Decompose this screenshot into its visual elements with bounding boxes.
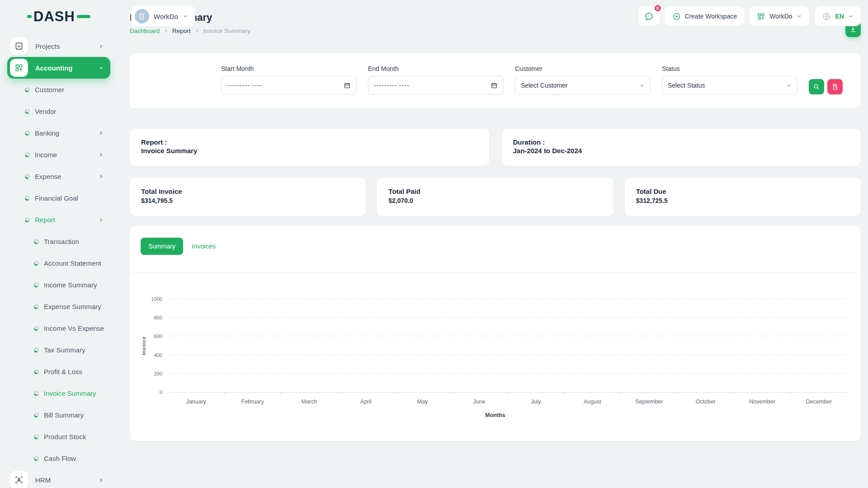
x-tick — [734, 393, 791, 395]
sidebar-item-label: Banking — [35, 129, 98, 137]
sidebar-item-label: Income Vs Expense — [44, 324, 110, 332]
sidebar-item-invoice-summary[interactable]: Invoice Summary — [7, 382, 110, 404]
y-axis-tick-label: 800 — [144, 315, 162, 320]
x-tick — [395, 393, 451, 395]
sidebar-item-label: Invoice Summary — [44, 389, 110, 397]
bullet-icon — [34, 282, 39, 287]
x-tick — [621, 393, 677, 395]
logo-text: DASH — [33, 9, 75, 23]
sidebar-item-profit-loss[interactable]: Profit & Loss — [7, 361, 110, 382]
x-tick — [281, 393, 338, 395]
sidebar-item-income[interactable]: Income — [7, 144, 110, 165]
sidebar-item-label: Financial Goal — [35, 194, 110, 202]
sidebar-item-product-stock[interactable]: Product Stock — [7, 426, 110, 447]
start-month-label: Start Month — [221, 65, 357, 72]
chart-tabs: Summary Invoices — [130, 226, 861, 255]
bullet-icon — [34, 326, 39, 331]
end-month-field: End Month --------- ---- — [368, 65, 504, 95]
status-label: Status — [662, 65, 797, 72]
sidebar-item-label: Tax Summary — [44, 346, 110, 354]
bullet-icon — [34, 304, 39, 309]
sidebar-item-label: Profit & Loss — [44, 368, 110, 375]
language-selector[interactable]: EN — [815, 6, 861, 26]
sidebar-item-financial-goal[interactable]: Financial Goal — [7, 187, 110, 209]
bullet-icon — [34, 391, 39, 396]
tab-summary[interactable]: Summary — [141, 238, 183, 255]
sidebar-item-vendor[interactable]: Vendor — [7, 100, 110, 122]
bullet-icon — [34, 434, 39, 439]
chart-x-labels: JanuaryFebruaryMarchAprilMayJuneJulyAugu… — [168, 399, 847, 405]
create-workspace-label: Create Workspace — [685, 13, 737, 20]
total-invoice-card: Total Invoice $314,795.5 — [130, 178, 366, 216]
bullet-icon — [25, 196, 30, 201]
sidebar-item-expense[interactable]: Expense — [7, 165, 110, 187]
x-axis-label: May — [394, 399, 451, 405]
sidebar-item-transaction[interactable]: Transaction — [7, 230, 110, 252]
sidebar-item-bill-summary[interactable]: Bill Summary — [7, 404, 110, 426]
start-month-input[interactable]: --------- ---- — [221, 76, 357, 95]
sidebar-item-report[interactable]: Report — [7, 209, 110, 230]
sidebar-item-label: Product Stock — [44, 433, 110, 441]
workspace-menu[interactable]: WorkDo — [750, 6, 809, 26]
sidebar-item-projects[interactable]: Projects — [7, 35, 110, 57]
total-due-label: Total Due — [636, 187, 849, 196]
chat-icon — [644, 11, 654, 22]
workspace-switcher[interactable]: WorkDo — [131, 6, 195, 27]
workspace-menu-label: WorkDo — [769, 13, 792, 20]
chart-x-ticks — [168, 393, 847, 395]
total-paid-card: Total Paid $2,070.0 — [377, 178, 613, 216]
x-axis-title: Months — [130, 412, 861, 418]
duration-value: Jan-2024 to Dec-2024 — [513, 146, 850, 155]
chevron-right-icon — [98, 152, 104, 158]
x-tick — [225, 393, 281, 395]
status-select[interactable]: Select Status — [662, 76, 797, 95]
sidebar-item-label: Cash Flow — [44, 455, 110, 462]
logo-dash-left — [27, 15, 32, 18]
person-scan-icon — [10, 471, 28, 488]
notifications-button[interactable]: 0 — [638, 6, 660, 26]
sidebar-item-customer[interactable]: Customer — [7, 79, 110, 100]
end-month-input[interactable]: --------- ---- — [368, 76, 504, 95]
sidebar-item-cash-flow[interactable]: Cash Flow — [7, 447, 110, 469]
sidebar-item-account-statement[interactable]: Account Statement — [7, 252, 110, 274]
chevron-right-icon — [98, 174, 104, 179]
total-due-value: $312,725.5 — [636, 197, 849, 204]
bullet-icon — [25, 217, 30, 222]
plus-circle-icon — [672, 12, 681, 21]
workspace-avatar — [135, 9, 149, 23]
y-axis-tick-label: 0 — [144, 389, 162, 395]
bullet-icon — [25, 174, 30, 179]
chevron-right-icon — [98, 43, 104, 49]
create-workspace-button[interactable]: Create Workspace — [665, 6, 745, 26]
sidebar-item-income-vs-expense[interactable]: Income Vs Expense — [7, 317, 110, 339]
sidebar-item-tax-summary[interactable]: Tax Summary — [7, 339, 110, 361]
chart-bars — [168, 299, 847, 392]
calendar-icon[interactable] — [344, 82, 351, 89]
chevron-down-icon — [786, 83, 792, 88]
apply-filter-button[interactable] — [809, 79, 824, 94]
chevron-right-icon — [98, 217, 104, 223]
sidebar-item-hrm[interactable]: HRM — [7, 469, 110, 488]
calendar-icon[interactable] — [491, 82, 498, 89]
customer-select[interactable]: Select Customer — [515, 76, 651, 95]
reset-filter-button[interactable] — [827, 79, 843, 94]
checkbox-icon — [10, 37, 28, 55]
y-axis-tick-label: 200 — [144, 371, 162, 376]
sidebar-item-income-summary[interactable]: Income Summary — [7, 274, 110, 296]
report-value: Invoice Summary — [141, 146, 478, 155]
end-month-label: End Month — [368, 65, 504, 72]
notification-badge: 0 — [654, 4, 662, 12]
y-axis-tick-label: 1000 — [144, 296, 162, 302]
tab-invoices[interactable]: Invoices — [192, 243, 216, 250]
sidebar-item-banking[interactable]: Banking — [7, 122, 110, 144]
clear-icon — [831, 83, 839, 90]
topbar-actions: 0 Create Workspace WorkDo EN — [638, 6, 861, 26]
chevron-right-icon — [98, 130, 104, 136]
dash-logo[interactable]: DASH — [27, 9, 90, 23]
chart-card: Summary Invoices Invoice 020040060080010… — [130, 226, 861, 441]
report-duration-row: Report : Invoice Summary Duration : Jan-… — [130, 129, 861, 166]
sidebar-item-accounting[interactable]: Accounting — [7, 57, 110, 79]
sidebar-item-label: Vendor — [35, 108, 110, 115]
sidebar-item-expense-summary[interactable]: Expense Summary — [7, 296, 110, 317]
language-code: EN — [835, 13, 844, 20]
